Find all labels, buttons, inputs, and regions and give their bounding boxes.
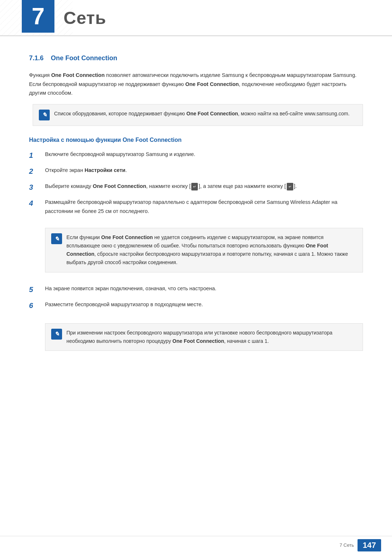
step-content-4: Размещайте беспроводной маршрутизатор па…: [45, 198, 363, 216]
step-content-6: Разместите беспроводной маршрутизатор в …: [45, 300, 203, 309]
step-item-6: 6 Разместите беспроводной маршрутизатор …: [29, 300, 363, 357]
step-number-3: 3: [29, 182, 39, 193]
step-item-4: 4 Размещайте беспроводной маршрутизатор …: [29, 198, 363, 279]
footer-page-number: 147: [358, 539, 381, 551]
section-name: One Foot Connection: [45, 54, 117, 62]
note-text-step4: Если функции One Foot Connection не удае…: [66, 233, 357, 267]
chapter-number-box: 7: [22, 0, 54, 33]
footer-chapter-label: 7 Сеть: [340, 542, 354, 548]
section-number: 7.1.6: [29, 54, 44, 62]
note-icon-1: ✎: [39, 110, 50, 120]
button-icon-2: ↵: [287, 183, 293, 190]
note-text-1: Список оборудования, которое поддерживае…: [54, 110, 350, 118]
chapter-number: 7: [32, 5, 45, 28]
step-item-1: 1 Включите беспроводной маршрутизатор Sa…: [29, 150, 363, 161]
step-number-6: 6: [29, 300, 39, 311]
button-icon-1: ↵: [191, 183, 198, 190]
note-box-step4: ✎ Если функции One Foot Connection не уд…: [45, 228, 363, 272]
step-content-1: Включите беспроводной маршрутизатор Sams…: [45, 150, 363, 159]
note-icon-step4: ✎: [51, 233, 62, 244]
step-4-header: 4 Размещайте беспроводной маршрутизатор …: [29, 198, 363, 216]
note-box-1: ✎ Список оборудования, которое поддержив…: [33, 104, 363, 126]
note-text-step6: При изменении настроек беспроводного мар…: [66, 329, 357, 345]
step-content-3: Выберите команду One Foot Connection, на…: [45, 182, 363, 191]
steps-list: 1 Включите беспроводной маршрутизатор Sa…: [29, 150, 363, 357]
intro-bold-2: One Foot Connection: [185, 81, 238, 87]
step-content-2: Откройте экран Настройки сети.: [45, 166, 363, 175]
subsection-title: Настройка с помощью функции One Foot Con…: [29, 137, 363, 143]
intro-text-1: Функция: [29, 72, 51, 78]
step-content-5: На экране появится экран подключения, оз…: [45, 284, 363, 293]
main-content: 7.1.6 One Foot Connection Функция One Fo…: [0, 36, 392, 391]
note-box-step6: ✎ При изменении настроек беспроводного м…: [45, 323, 363, 351]
intro-paragraph: Функция One Foot Connection позволяет ав…: [29, 71, 363, 98]
step-6-header: 6 Разместите беспроводной маршрутизатор …: [29, 300, 203, 311]
step-number-5: 5: [29, 284, 39, 295]
note-icon-step6: ✎: [51, 329, 62, 340]
step-number-1: 1: [29, 150, 39, 161]
page-footer: 7 Сеть 147: [0, 536, 392, 554]
step-item-2: 2 Откройте экран Настройки сети.: [29, 166, 363, 177]
step-item-5: 5 На экране появится экран подключения, …: [29, 284, 363, 295]
step-number-2: 2: [29, 166, 39, 177]
chapter-header: 7 Сеть: [0, 0, 392, 36]
intro-bold-1: One Foot Connection: [51, 72, 105, 78]
chapter-title: Сеть: [64, 8, 106, 28]
section-title: 7.1.6 One Foot Connection: [29, 54, 363, 63]
step-item-3: 3 Выберите команду One Foot Connection, …: [29, 182, 363, 193]
step-number-4: 4: [29, 198, 39, 209]
